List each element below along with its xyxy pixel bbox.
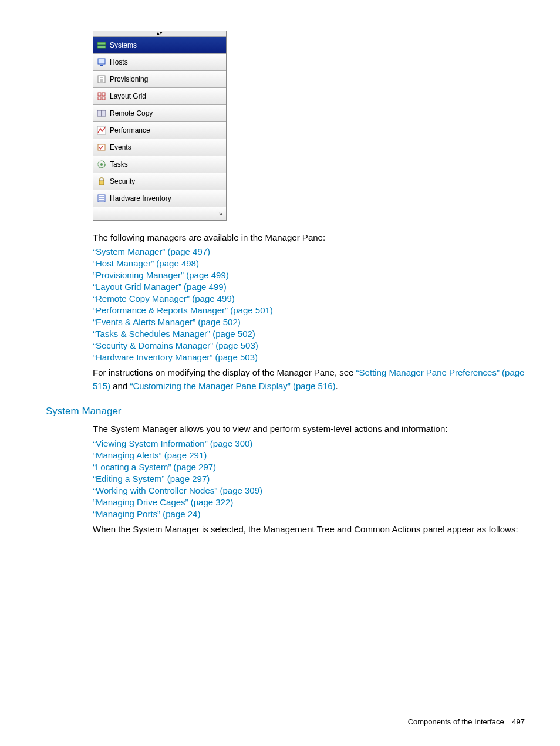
pane-item-label: Layout Grid xyxy=(110,88,146,104)
svg-rect-3 xyxy=(100,65,103,66)
link-editing-system[interactable]: “Editing a System” (page 297) xyxy=(93,474,210,484)
hardware-inventory-icon xyxy=(97,194,106,203)
pane-item-label: Events xyxy=(110,139,131,156)
svg-rect-12 xyxy=(97,110,102,116)
pane-item-label: Remote Copy xyxy=(110,105,153,121)
after-links-mid: and xyxy=(110,381,130,391)
security-icon xyxy=(97,177,106,186)
link-viewing-system-info[interactable]: “Viewing System Information” (page 300) xyxy=(93,438,252,448)
layout-grid-icon xyxy=(97,92,106,101)
sm-intro: The System Manager allows you to view an… xyxy=(93,422,531,436)
section-heading-system-manager: System Manager xyxy=(46,406,531,417)
link-customizing-display[interactable]: “Customizing the Manager Pane Display” (… xyxy=(130,381,335,391)
pane-item-performance[interactable]: Performance xyxy=(93,122,226,139)
pane-item-systems[interactable]: Systems xyxy=(93,37,226,54)
link-controller-nodes[interactable]: “Working with Controller Nodes” (page 30… xyxy=(93,485,262,495)
svg-rect-9 xyxy=(102,93,105,96)
pane-item-layout-grid[interactable]: Layout Grid xyxy=(93,88,226,105)
link-events-alerts-manager[interactable]: “Events & Alerts Manager” (page 502) xyxy=(93,317,241,327)
link-drive-cages[interactable]: “Managing Drive Cages” (page 322) xyxy=(93,497,233,507)
link-system-manager[interactable]: “System Manager” (page 497) xyxy=(93,247,210,256)
link-provisioning-manager[interactable]: “Provisioning Manager” (page 499) xyxy=(93,270,229,280)
pane-item-hosts[interactable]: Hosts xyxy=(93,54,226,71)
svg-rect-0 xyxy=(97,42,106,45)
link-managing-alerts[interactable]: “Managing Alerts” (page 291) xyxy=(93,450,207,460)
footer-label: Components of the Interface xyxy=(408,717,504,726)
link-host-manager[interactable]: “Host Manager” (page 498) xyxy=(93,258,199,268)
pane-item-label: Tasks xyxy=(110,156,128,173)
pane-item-label: Hosts xyxy=(110,54,128,70)
tasks-icon xyxy=(97,160,106,169)
svg-rect-10 xyxy=(98,97,101,100)
pane-item-provisioning[interactable]: Provisioning xyxy=(93,71,226,88)
link-hardware-inventory-manager[interactable]: “Hardware Inventory Manager” (page 503) xyxy=(93,352,258,362)
pane-item-tasks[interactable]: Tasks xyxy=(93,156,226,173)
manager-pane: ▴▾ Systems Hosts Provisioning Layout Gri… xyxy=(93,31,227,221)
pane-item-events[interactable]: Events xyxy=(93,139,226,156)
svg-rect-11 xyxy=(102,97,105,100)
pane-item-label: Provisioning xyxy=(110,71,148,87)
pane-item-label: Hardware Inventory xyxy=(110,190,171,207)
link-security-domains-manager[interactable]: “Security & Domains Manager” (page 503) xyxy=(93,340,258,350)
provisioning-icon xyxy=(97,75,106,84)
svg-point-17 xyxy=(100,163,103,166)
pane-grip-bar[interactable]: ▴▾ xyxy=(93,31,226,37)
intro-text: The following managers are available in … xyxy=(93,231,531,244)
performance-icon xyxy=(97,126,106,135)
after-links-para: For instructions on modifying the displa… xyxy=(93,366,531,393)
svg-rect-1 xyxy=(97,46,106,48)
link-tasks-schedules-manager[interactable]: “Tasks & Schedules Manager” (page 502) xyxy=(93,329,255,339)
svg-rect-13 xyxy=(102,110,106,116)
pane-expand-icon[interactable]: » xyxy=(93,207,226,220)
systems-icon xyxy=(97,40,106,50)
link-managing-ports[interactable]: “Managing Ports” (page 24) xyxy=(93,509,200,519)
link-layout-grid-manager[interactable]: “Layout Grid Manager” (page 499) xyxy=(93,282,227,292)
pane-item-label: Systems xyxy=(110,37,137,53)
pane-item-remote-copy[interactable]: Remote Copy xyxy=(93,105,226,122)
svg-rect-8 xyxy=(98,93,101,96)
after-links-end: . xyxy=(336,381,338,391)
link-performance-reports-manager[interactable]: “Performance & Reports Manager” (page 50… xyxy=(93,305,273,315)
link-locating-system[interactable]: “Locating a System” (page 297) xyxy=(93,462,216,472)
pane-item-hardware-inventory[interactable]: Hardware Inventory xyxy=(93,190,226,207)
svg-rect-2 xyxy=(98,59,105,64)
events-icon xyxy=(97,143,106,152)
page-footer: Components of the Interface 497 xyxy=(408,717,525,726)
pane-item-security[interactable]: Security xyxy=(93,173,226,190)
pane-item-label: Performance xyxy=(110,122,150,139)
hosts-icon xyxy=(97,58,106,67)
after-links-pre: For instructions on modifying the displa… xyxy=(93,367,356,377)
pane-item-label: Security xyxy=(110,173,135,190)
svg-rect-18 xyxy=(99,181,104,185)
footer-page-number: 497 xyxy=(512,717,525,726)
sm-outro: When the System Manager is selected, the… xyxy=(93,522,531,536)
remote-copy-icon xyxy=(97,109,106,118)
link-remote-copy-manager[interactable]: “Remote Copy Manager” (page 499) xyxy=(93,293,235,303)
